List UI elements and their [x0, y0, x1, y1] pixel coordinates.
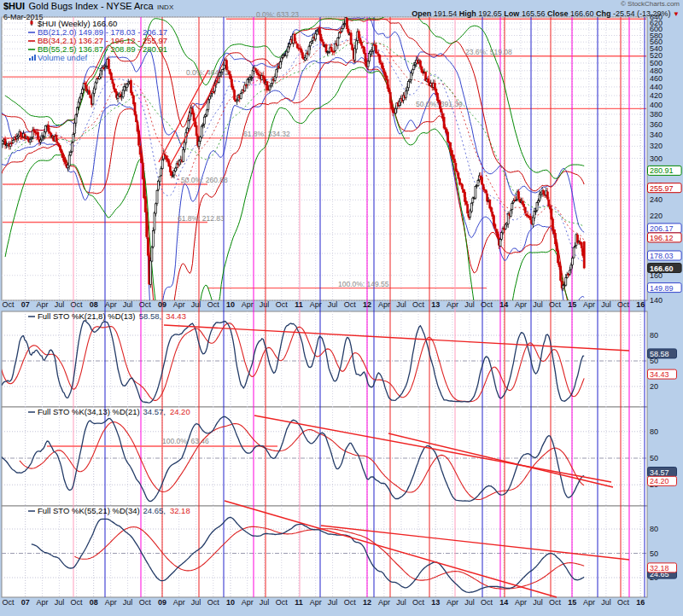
fib-label: 61.8%: 334.32 [243, 130, 290, 138]
axis-month-label: Oct [3, 300, 15, 309]
y-axis-label: 460 [650, 74, 663, 83]
quote-line: Open 191.54 High 192.65 Low 165.56 Close… [412, 9, 680, 19]
axis-month-label: Jul [464, 598, 475, 607]
axis-tag: 166.60 [648, 264, 682, 273]
axis-month-label: Apr [583, 598, 595, 607]
panel-d-value: 32.18 [170, 506, 190, 515]
axis-month-label: Jul [260, 300, 270, 309]
axis-month-label: Apr [310, 598, 322, 607]
svg-text:34.43: 34.43 [650, 370, 669, 379]
candle-icon [31, 21, 33, 25]
axis-month-label: Oct [412, 300, 425, 309]
chart-header: $HUI Gold Bugs Index - NYSE Arca INDX 6-… [0, 0, 683, 17]
axis-month-label: Oct [481, 598, 493, 607]
axis-month-label: Apr [36, 300, 48, 309]
chg-value: -25.54 (-13.29%) [613, 9, 671, 18]
axis-month-label: Jul [328, 598, 338, 607]
axis-year-label: 08 [90, 300, 98, 309]
axis-month-label: Apr [378, 300, 390, 309]
axis-tag: 58.58 [648, 349, 677, 358]
axis-year-label: 14 [499, 300, 508, 309]
panel-scale-label: 80 [650, 525, 658, 533]
axis-month-label: Jul [533, 598, 543, 607]
axis-month-label: Oct [3, 598, 15, 607]
axis-month-label: Apr [583, 300, 595, 309]
axis-year-label: 09 [158, 300, 166, 309]
axis-month-label: Jul [123, 598, 133, 607]
chart-date: 6-Mar-2015 [3, 13, 173, 21]
fib-label: 0.0%: 464.42 [186, 68, 229, 77]
panel-d-value: 24.20 [170, 407, 190, 416]
axis-year-label: 07 [21, 598, 30, 607]
axis-year-label: 11 [295, 598, 303, 607]
svg-text:34.57: 34.57 [650, 468, 669, 477]
svg-text:32.18: 32.18 [650, 564, 669, 572]
axis-tag: 196.12 [648, 233, 682, 242]
axis-year-label: 13 [431, 300, 440, 309]
svg-text:24.20: 24.20 [650, 477, 669, 485]
axis-year-label: 10 [226, 300, 235, 309]
chart-canvas[interactable]: 0.0%: 633.2323.6%: 519.0850.0%: 391.3961… [0, 0, 683, 616]
svg-text:166.60: 166.60 [650, 264, 674, 273]
axis-month-label: Jul [55, 598, 65, 607]
y-axis-label: 140 [650, 296, 663, 305]
axis-month-label: Oct [549, 598, 562, 607]
volume-icon [32, 56, 33, 61]
high-value: 192.65 [478, 9, 502, 18]
axis-month-label: Apr [105, 598, 117, 607]
axis-month-label: Oct [617, 598, 630, 607]
volume-icon [29, 58, 31, 61]
axis-tag: 255.97 [648, 183, 682, 193]
fib-label: 61.8%: 212.83 [178, 214, 225, 223]
svg-text:149.89: 149.89 [650, 284, 674, 293]
axis-month-label: Jul [396, 300, 406, 309]
axis-year-label: 16 [636, 598, 645, 607]
axis-month-label: Jul [601, 300, 611, 309]
fib-label: 50.0%: 260.88 [181, 176, 228, 184]
axis-tag: 34.43 [648, 369, 677, 379]
axis-month-label: Jul [260, 598, 270, 607]
y-axis-label: 480 [650, 67, 663, 75]
fib-label: 100.0%: 149.55 [338, 280, 389, 288]
y-axis-label: 360 [650, 120, 663, 129]
axis-year-label: 09 [158, 598, 166, 607]
axis-month-label: Apr [515, 300, 527, 309]
panel-scale-label: 80 [650, 331, 658, 340]
axis-tag: 280.91 [648, 166, 682, 175]
panel-k-value: 34.57, [143, 407, 166, 416]
stockcharts-chart: 0.0%: 633.2323.6%: 519.0850.0%: 391.3961… [0, 0, 683, 616]
panel-d-value: 34.43 [166, 311, 186, 321]
axis-month-label: Jul [533, 300, 543, 309]
y-axis-label: 500 [650, 59, 663, 67]
axis-month-label: Jul [191, 300, 201, 309]
svg-text:280.91: 280.91 [650, 166, 674, 175]
y-axis-label: 440 [650, 83, 663, 91]
axis-month-label: Jul [396, 598, 406, 607]
panel-scale-label: 50 [650, 454, 658, 462]
y-axis-label: 340 [650, 131, 663, 139]
low-value: 165.56 [522, 9, 546, 18]
axis-month-label: Apr [242, 300, 254, 309]
axis-month-label: Oct [71, 300, 84, 309]
axis-month-label: Apr [515, 598, 527, 607]
open-label: Open [412, 9, 431, 18]
close-label: Close [547, 9, 569, 18]
axis-year-label: 11 [295, 300, 303, 309]
axis-month-label: Oct [207, 598, 220, 607]
y-axis-label: 380 [650, 110, 663, 119]
axis-year-label: 08 [90, 598, 98, 607]
chg-label: Chg [596, 9, 611, 18]
axis-year-label: 13 [431, 598, 440, 607]
panel-k-value: 58.58, [139, 311, 161, 321]
axis-month-label: Apr [378, 598, 390, 607]
axis-month-label: Apr [310, 300, 322, 309]
axis-year-label: 12 [363, 598, 371, 607]
y-axis-label: 300 [650, 154, 663, 163]
axis-month-label: Oct [344, 300, 357, 309]
legend-entry: Volume undef [38, 53, 87, 62]
close-value: 166.60 [570, 9, 594, 18]
y-axis-label: 400 [650, 101, 663, 109]
copyright: © StockCharts.com [412, 0, 680, 9]
axis-month-label: Oct [617, 300, 630, 309]
panel-scale-label: 80 [650, 427, 658, 436]
